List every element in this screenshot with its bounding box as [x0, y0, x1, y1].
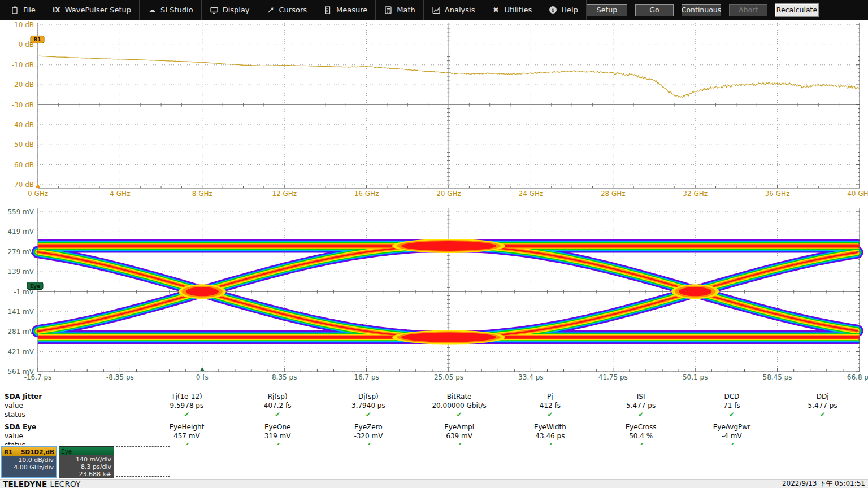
svg-text:24 GHz: 24 GHz [519, 190, 544, 198]
eye-diagram-chart[interactable]: 559 mV419 mV279 mV139 mV-1 mV-141 mV-281… [0, 202, 868, 390]
setup-button[interactable]: Setup [587, 4, 627, 16]
status-check-icon: ✔ [414, 411, 505, 419]
menu-display-label: Display [223, 6, 250, 14]
jitter-col-name: ISI [596, 393, 687, 400]
eye-title: SDA Eye [0, 423, 141, 431]
value-row-label: value [0, 402, 141, 409]
menu-measure[interactable]: Measure [315, 0, 376, 20]
jitter-col-name: Rj(sp) [232, 393, 323, 400]
r1-descriptor-title: SD1D2,dB [21, 448, 54, 455]
svg-text:66.8 ps: 66.8 ps [847, 373, 868, 381]
eye-value: -320 mV [323, 432, 414, 440]
status-check-icon: ✔ [505, 411, 596, 419]
menu-analysis[interactable]: Analysis [424, 0, 484, 20]
eye-value: 50.4 % [596, 432, 687, 440]
calculator-icon [384, 6, 393, 15]
jitter-value: 5.477 ps [777, 402, 868, 409]
status-check-icon: ✔ [232, 411, 323, 419]
jitter-value: 20.00000 Gbit/s [414, 402, 505, 409]
svg-text:28 GHz: 28 GHz [601, 190, 626, 198]
menu-display[interactable]: Display [202, 0, 258, 20]
svg-text:40 GHz: 40 GHz [847, 190, 868, 198]
menu-wavepulser-setup[interactable]: iX WavePulser Setup [44, 0, 140, 20]
svg-text:-60 dB: -60 dB [12, 161, 34, 169]
eye-col-name: EyeHeight [141, 423, 232, 431]
eye-descriptor-id: Eye [61, 448, 72, 455]
eye-col-name: EyeAmpl [414, 423, 505, 431]
jitter-col-name: Pj [505, 393, 596, 400]
eye-header-row: SDA Eye EyeHeight EyeOne EyeZero EyeAmpl… [0, 422, 868, 432]
sparam-frequency-response-chart[interactable]: 10 dB0 dB-10 dB-20 dB-30 dB-40 dB-50 dB-… [0, 20, 868, 202]
eye-col-name: EyeAvgPwr [687, 423, 778, 431]
menu-si-studio[interactable]: ☁ SI Studio [140, 0, 202, 20]
r1-trace-descriptor[interactable]: R1 SD1D2,dB 10.0 dB/div 4.00 GHz/div [1, 446, 57, 478]
analysis-chart-icon [432, 6, 441, 15]
menu-file-label: File [23, 6, 36, 14]
status-check-icon: ✔ [687, 411, 778, 419]
status-row-label: status [0, 411, 141, 419]
r1-vertical-scale: 10.0 dB/div [18, 456, 54, 464]
eye-value-row: value 457 mV 319 mV -320 mV 639 mV 43.46… [0, 432, 868, 441]
svg-text:4 GHz: 4 GHz [110, 190, 130, 198]
eye-value: 457 mV [141, 432, 232, 440]
svg-text:41.75 ps: 41.75 ps [598, 373, 628, 381]
svg-text:36 GHz: 36 GHz [765, 190, 790, 198]
svg-text:-281 mV: -281 mV [5, 328, 34, 336]
cursor-arrow-icon [266, 6, 275, 15]
menu-utilities-label: Utilities [504, 6, 532, 14]
eye-col-name: EyeWidth [505, 423, 596, 431]
status-check-icon: ✔ [596, 411, 687, 419]
menu-utilities[interactable]: ✖ Utilities [483, 0, 540, 20]
eye-col-name: EyeOne [232, 423, 323, 431]
jitter-value: 71 fs [687, 402, 778, 409]
status-check-icon: ✔ [777, 411, 868, 419]
jitter-col-name: DDj [777, 393, 868, 400]
menu-math[interactable]: Math [376, 0, 424, 20]
eye-value: 319 mV [232, 432, 323, 440]
eye-col-name: EyeZero [323, 423, 414, 431]
svg-text:58.45 ps: 58.45 ps [763, 373, 792, 381]
menu-si-studio-label: SI Studio [160, 6, 193, 14]
jitter-value-row: value 9.5978 ps 407.2 fs 3.7940 ps 20.00… [0, 401, 868, 410]
continuous-button[interactable]: Continuous [682, 4, 721, 16]
svg-text:32 GHz: 32 GHz [683, 190, 708, 198]
menu-help-label: Help [561, 6, 578, 14]
eye-trace-descriptor[interactable]: Eye 140 mV/div 8.3 ps/div 23.688 k# [59, 446, 114, 478]
svg-text:419 mV: 419 mV [7, 228, 34, 236]
cloud-icon: ☁ [147, 6, 157, 15]
menu-help[interactable]: i Help [540, 0, 587, 20]
svg-text:25.05 ps: 25.05 ps [434, 373, 463, 381]
svg-text:-8.35 ps: -8.35 ps [106, 373, 134, 381]
jitter-title: SDA Jitter [0, 393, 141, 400]
eye-value: 639 mV [414, 432, 505, 440]
abort-button[interactable]: Abort [729, 4, 767, 16]
go-button[interactable]: Go [635, 4, 674, 16]
menu-wavepulser-label: WavePulser Setup [65, 6, 131, 14]
eye-value: -4 mV [687, 432, 778, 440]
menu-bar: File iX WavePulser Setup ☁ SI Studio Dis… [0, 0, 868, 20]
menu-measure-label: Measure [336, 6, 367, 14]
jitter-col-name: Dj(sp) [323, 393, 414, 400]
menu-cursors[interactable]: Cursors [258, 0, 316, 20]
svg-text:12 GHz: 12 GHz [272, 190, 297, 198]
eye-col-name: EyeCross [596, 423, 687, 431]
menu-math-label: Math [397, 6, 415, 14]
svg-text:R1: R1 [33, 37, 41, 42]
menu-file[interactable]: File [0, 0, 44, 20]
svg-text:-20 dB: -20 dB [12, 81, 34, 89]
empty-descriptor-slot[interactable] [116, 446, 170, 477]
svg-text:33.4 ps: 33.4 ps [518, 373, 543, 381]
jitter-col-name: DCD [687, 393, 778, 400]
jitter-col-name: BitRate [414, 393, 505, 400]
measure-icon [323, 6, 332, 15]
eye-plot-svg: 559 mV419 mV279 mV139 mV-1 mV-141 mV-281… [0, 202, 868, 390]
svg-text:0 fs: 0 fs [196, 373, 209, 381]
svg-text:-40 dB: -40 dB [12, 121, 34, 129]
recalculate-button[interactable]: Recalculate [775, 4, 818, 16]
sparam-plot-svg: 10 dB0 dB-10 dB-20 dB-30 dB-40 dB-50 dB-… [0, 20, 868, 202]
svg-text:-50 dB: -50 dB [12, 141, 34, 149]
jitter-value: 407.2 fs [232, 402, 323, 409]
value-row-label: value [0, 432, 141, 440]
jitter-value: 9.5978 ps [141, 402, 232, 409]
jitter-value: 3.7940 ps [323, 402, 414, 409]
